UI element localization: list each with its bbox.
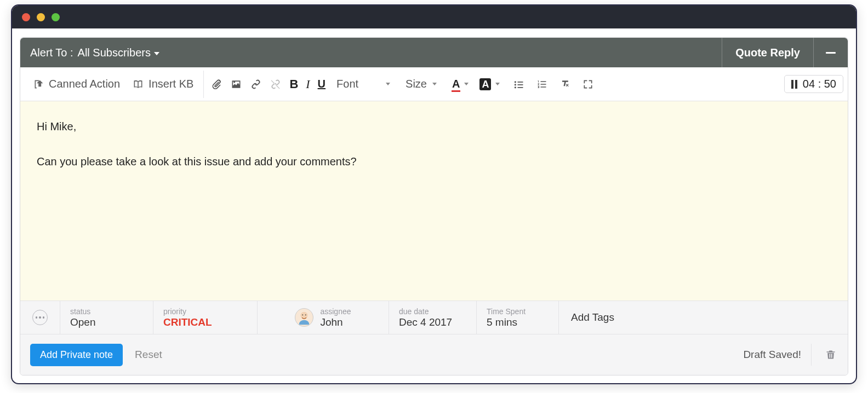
window-titlebar: [12, 5, 856, 28]
assignee-label: assignee: [320, 307, 351, 316]
window-minimize-button[interactable]: [37, 13, 45, 21]
size-dropdown[interactable]: Size: [401, 78, 441, 90]
chevron-down-icon: [154, 52, 159, 55]
draft-saved-status: Draft Saved!: [743, 344, 812, 366]
trash-icon: [825, 349, 836, 361]
canned-action-label: Canned Action: [49, 78, 120, 90]
alert-to-value: All Subscribers: [78, 47, 151, 59]
clear-format-icon: [559, 79, 571, 90]
bold-glyph: B: [289, 77, 298, 91]
window-zoom-button[interactable]: [52, 13, 60, 21]
ticket-meta-bar: status Open priority CRITICAL assigne: [20, 300, 848, 334]
text-style-group: B I U: [289, 76, 326, 93]
toolbar-icon-group: [208, 76, 284, 93]
share-arrow-icon: [33, 79, 44, 90]
pause-icon: [791, 80, 797, 89]
svg-point-0: [301, 312, 308, 319]
numbered-list-icon: [536, 79, 547, 90]
paperclip-icon: [211, 79, 222, 90]
due-date-field[interactable]: due date Dec 4 2017: [389, 301, 477, 334]
app-window: Alert To : All Subscribers Quote Reply C…: [11, 4, 857, 384]
status-value: Open: [70, 316, 143, 328]
assignee-avatar: [295, 308, 313, 327]
window-close-button[interactable]: [22, 13, 30, 21]
fullscreen-button[interactable]: [580, 76, 596, 93]
chevron-down-icon: [495, 83, 500, 85]
add-private-note-label: Add Private note: [40, 349, 113, 360]
quote-reply-label: Quote Reply: [735, 47, 800, 59]
time-spent-label: Time Spent: [487, 307, 549, 316]
message-editor[interactable]: Hi Mike, Can you please take a look at t…: [20, 101, 848, 300]
image-icon: [231, 79, 242, 90]
underline-button[interactable]: U: [318, 76, 326, 93]
reply-header: Alert To : All Subscribers Quote Reply: [20, 38, 848, 67]
link-button[interactable]: [248, 76, 264, 93]
status-field[interactable]: status Open: [60, 301, 153, 334]
priority-label: priority: [163, 307, 247, 316]
expand-icon: [583, 79, 593, 90]
unlink-button[interactable]: [267, 76, 284, 93]
image-button[interactable]: [228, 76, 244, 93]
editor-toolbar: Canned Action Insert KB: [20, 67, 848, 101]
time-spent-field[interactable]: Time Spent 5 mins: [477, 301, 559, 334]
editor-line: Hi Mike,: [37, 118, 831, 135]
chevron-down-icon: [432, 83, 437, 85]
add-tags-field[interactable]: Add Tags: [559, 301, 848, 334]
priority-value: CRITICAL: [163, 316, 247, 328]
reply-footer: Add Private note Reset Draft Saved!: [20, 334, 848, 375]
chevron-down-icon: [464, 83, 469, 85]
svg-point-1: [302, 314, 304, 315]
add-private-note-button[interactable]: Add Private note: [30, 344, 123, 366]
add-tags-placeholder: Add Tags: [571, 311, 614, 323]
reset-button[interactable]: Reset: [135, 349, 162, 361]
time-spent-value: 5 mins: [487, 316, 549, 328]
text-color-icon: A: [452, 78, 460, 90]
svg-point-2: [305, 314, 306, 315]
bullet-list-button[interactable]: [511, 76, 527, 93]
size-label: Size: [406, 78, 427, 90]
toolbar-separator: [203, 71, 204, 98]
canned-action-button[interactable]: Canned Action: [28, 74, 125, 94]
reply-panel: Alert To : All Subscribers Quote Reply C…: [20, 37, 848, 375]
link-icon: [250, 79, 262, 90]
due-date-label: due date: [399, 307, 466, 316]
quote-reply-button[interactable]: Quote Reply: [722, 38, 814, 67]
attachment-button[interactable]: [208, 76, 225, 93]
font-dropdown[interactable]: Font: [332, 78, 395, 90]
priority-field[interactable]: priority CRITICAL: [153, 301, 258, 334]
underline-glyph: U: [318, 78, 326, 90]
avatar-icon: [296, 309, 312, 326]
insert-kb-label: Insert KB: [149, 78, 193, 90]
meta-more-button[interactable]: [20, 301, 60, 334]
bold-button[interactable]: B: [289, 76, 298, 93]
book-icon: [132, 79, 144, 90]
list-group: [511, 76, 596, 93]
timer-value: 04 : 50: [803, 78, 836, 90]
collapse-button[interactable]: [814, 38, 848, 67]
numbered-list-button[interactable]: [534, 76, 550, 93]
timer-widget[interactable]: 04 : 50: [784, 75, 843, 93]
insert-kb-button[interactable]: Insert KB: [127, 74, 199, 94]
italic-button[interactable]: I: [306, 76, 310, 93]
discard-button[interactable]: [824, 349, 838, 361]
due-date-value: Dec 4 2017: [399, 316, 466, 328]
font-label: Font: [336, 78, 358, 90]
chevron-down-icon: [386, 83, 390, 85]
assignee-field[interactable]: assignee John: [258, 301, 389, 334]
text-color-button[interactable]: A: [450, 78, 471, 90]
highlight-icon: A: [479, 78, 491, 90]
bullet-list-icon: [513, 79, 524, 90]
status-label: status: [70, 307, 143, 316]
assignee-value: John: [320, 316, 351, 328]
editor-line: Can you please take a look at this issue…: [37, 153, 831, 170]
ellipsis-icon: [32, 310, 48, 325]
highlight-button[interactable]: A: [477, 78, 502, 90]
minus-icon: [826, 52, 836, 54]
unlink-icon: [270, 79, 282, 90]
alert-to-label: Alert To :: [30, 47, 73, 59]
clear-format-button[interactable]: [557, 76, 573, 93]
italic-glyph: I: [306, 77, 310, 91]
alert-to-dropdown[interactable]: All Subscribers: [78, 47, 159, 59]
